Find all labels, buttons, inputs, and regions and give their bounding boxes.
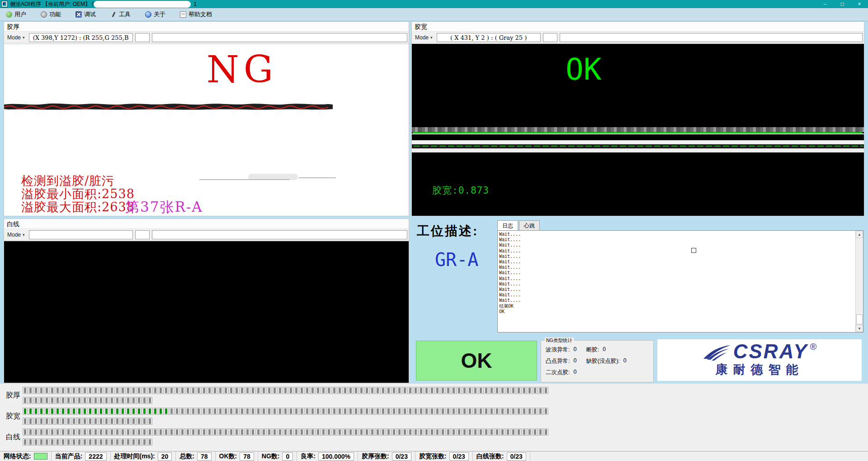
panel-jiaokuan: 胶宽 Mode▾ ( X 431, Y 2 ) : ( Gray 25 ) OK… bbox=[411, 21, 864, 216]
indicator-cell bbox=[429, 428, 434, 436]
status-value: 0/23 bbox=[392, 452, 411, 461]
close-button[interactable]: × bbox=[851, 0, 868, 8]
result-ok-button[interactable]: OK bbox=[416, 341, 537, 380]
minimize-button[interactable]: – bbox=[816, 0, 834, 8]
mode-dropdown[interactable]: Mode▾ bbox=[413, 33, 434, 42]
toolbar-wide-box[interactable] bbox=[152, 230, 407, 239]
frame-indicators: 胶厚胶宽白线 bbox=[0, 383, 868, 451]
indicator-cell bbox=[397, 408, 402, 415]
mode-dropdown[interactable]: Mode▾ bbox=[5, 33, 27, 42]
baixian-image[interactable] bbox=[4, 241, 409, 383]
menu-item-user[interactable]: 用户 bbox=[5, 10, 28, 19]
log-checkbox[interactable] bbox=[691, 248, 696, 253]
indicator-cell bbox=[429, 387, 434, 394]
indicator-cell bbox=[142, 397, 147, 404]
ng-stats-title: NG类型统计 bbox=[545, 337, 574, 344]
indicator-row bbox=[23, 408, 548, 415]
status-item-jiaokuan-n: 胶宽张数:0/23 bbox=[415, 451, 473, 461]
indicator-cell bbox=[326, 387, 331, 394]
indicator-cell bbox=[82, 397, 87, 404]
indicator-cell bbox=[104, 397, 109, 404]
status-label: 总数: bbox=[179, 452, 194, 461]
ng-stat-value: 0 bbox=[623, 357, 630, 365]
ok-result-text: OK bbox=[566, 52, 601, 87]
scroll-thumb[interactable] bbox=[856, 314, 863, 324]
indicator-cell bbox=[359, 428, 364, 436]
indicator-cell bbox=[88, 428, 93, 436]
indicator-cell bbox=[158, 408, 163, 415]
indicator-group-label: 胶厚 bbox=[0, 391, 23, 400]
indicator-cell bbox=[386, 428, 391, 436]
menu-item-debug[interactable]: 调试 bbox=[74, 10, 97, 19]
indicator-cell bbox=[93, 397, 98, 404]
menu-item-about[interactable]: 关于 bbox=[144, 10, 167, 19]
mode-dropdown[interactable]: Mode▾ bbox=[5, 231, 27, 239]
indicator-cell bbox=[370, 387, 375, 394]
glue-width-readout: 胶宽:0.873 bbox=[432, 184, 489, 197]
pixel-info-box bbox=[29, 230, 133, 239]
indicator-cell bbox=[288, 428, 293, 436]
ng-result-text: NG bbox=[207, 48, 278, 91]
ng-stat-row: 二次点胶:0 bbox=[546, 369, 580, 376]
menu-item-func[interactable]: 功能 bbox=[39, 10, 62, 19]
indicator-cell bbox=[386, 387, 391, 394]
toolbar-wide-box[interactable] bbox=[152, 33, 407, 42]
toolbar-wide-box[interactable] bbox=[560, 33, 863, 42]
indicator-cell bbox=[44, 428, 49, 436]
menu-item-help[interactable]: 帮助文档 bbox=[179, 10, 213, 19]
indicator-cell bbox=[126, 387, 131, 394]
indicator-cell bbox=[71, 387, 76, 394]
indicator-cell bbox=[316, 428, 321, 436]
indicator-cell bbox=[326, 428, 331, 436]
indicator-cell bbox=[440, 387, 445, 394]
indicator-cell bbox=[99, 397, 104, 404]
defect-message-line3: 溢胶最大面积:2638 bbox=[21, 199, 135, 215]
toolbar-small-box[interactable] bbox=[543, 33, 557, 42]
menu-item-label: 功能 bbox=[49, 10, 61, 19]
status-value: 78 bbox=[240, 452, 254, 461]
indicator-cell bbox=[332, 408, 337, 415]
scroll-down-icon[interactable]: ▼ bbox=[856, 325, 863, 332]
tab-log[interactable]: 日志 bbox=[497, 220, 518, 230]
toolbar-small-box[interactable] bbox=[135, 230, 150, 239]
indicator-cell bbox=[381, 387, 386, 394]
indicator-cell bbox=[440, 428, 445, 436]
indicator-cell bbox=[500, 408, 505, 415]
indicator-cell bbox=[39, 397, 44, 404]
indicator-cell bbox=[234, 408, 239, 415]
indicator-cell bbox=[137, 428, 142, 436]
indicator-cell bbox=[191, 428, 196, 436]
indicator-cell bbox=[126, 438, 131, 446]
ng-stat-value: 0 bbox=[573, 346, 580, 354]
indicator-cell bbox=[402, 408, 407, 415]
indicator-cell bbox=[533, 387, 538, 394]
indicator-cell bbox=[23, 397, 28, 404]
jiaohou-image[interactable]: NG 检测到溢胶/脏污 溢胶最小面积:2538 溢胶最大面积:2638 第37张… bbox=[4, 44, 409, 216]
log-scrollbar[interactable]: ▲ ▼ bbox=[855, 231, 863, 332]
tab-heartbeat[interactable]: 心跳 bbox=[519, 220, 540, 230]
indicator-cell bbox=[126, 408, 131, 415]
indicator-cell bbox=[229, 387, 234, 394]
indicator-cell bbox=[115, 387, 120, 394]
indicator-cell bbox=[240, 387, 245, 394]
log-line: Wait.... bbox=[499, 259, 854, 265]
indicator-cell bbox=[109, 408, 114, 415]
indicator-row bbox=[23, 428, 548, 436]
menu-item-tools[interactable]: 工具 bbox=[109, 10, 132, 19]
indicator-rows bbox=[23, 408, 548, 425]
toolbar-small-box[interactable] bbox=[135, 33, 150, 42]
indicator-cell bbox=[99, 418, 104, 425]
maximize-button[interactable]: □ bbox=[834, 0, 851, 8]
indicator-cell bbox=[120, 428, 125, 436]
status-item-ok-count: OK数:78 bbox=[216, 451, 258, 461]
indicator-cell bbox=[126, 418, 131, 425]
log-box[interactable]: Wait....Wait....Wait....Wait....Wait....… bbox=[497, 230, 863, 333]
status-value: 100.000% bbox=[318, 452, 354, 461]
indicator-cell bbox=[99, 438, 104, 446]
indicator-cell bbox=[294, 387, 299, 394]
indicator-cell bbox=[381, 408, 386, 415]
panel-baixian: 白线 Mode▾ bbox=[4, 219, 409, 383]
indicator-cell bbox=[137, 387, 142, 394]
scroll-up-icon[interactable]: ▲ bbox=[856, 231, 863, 238]
jiaokuan-image[interactable]: OK 胶宽:0.873 bbox=[412, 44, 864, 216]
